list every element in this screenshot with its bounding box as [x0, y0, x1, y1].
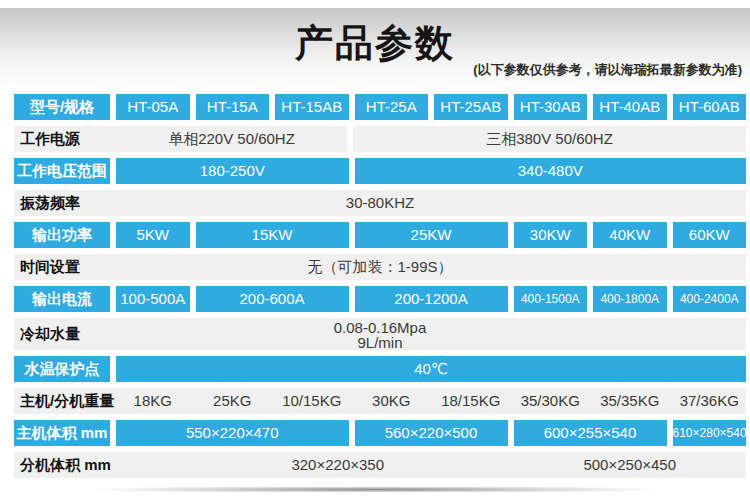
- cooling-water-value: 0.08-0.16Mpa 9L/min: [14, 318, 746, 350]
- output-current-6: 400-2400A: [673, 286, 747, 312]
- output-power-40kw: 40KW: [593, 222, 667, 248]
- row-label-output-current: 输出电流: [14, 286, 110, 312]
- output-current-2: 200-600A: [196, 286, 349, 312]
- voltage-range-left: 180-250V: [116, 158, 349, 184]
- timer-value: 无（可加装：1-99S）: [14, 254, 746, 280]
- row-model-spec: 型号/规格 HT-05A HT-15A HT-15AB HT-25A HT-25…: [14, 94, 746, 120]
- row-label-weight: 主机/分机重量: [14, 388, 110, 414]
- model-cell-ht-40ab: HT-40AB: [593, 94, 667, 120]
- page-subtitle: (以下参数仅供参考，请以海瑞拓最新参数为准): [473, 61, 742, 79]
- power-supply-single-phase: 单相220V 50/60HZ: [116, 126, 347, 152]
- output-power-60kw: 60KW: [673, 222, 747, 248]
- weight-1: 18KG: [116, 388, 190, 414]
- row-voltage-range: 工作电压范围 180-250V 340-480V: [14, 158, 746, 184]
- water-temp-value: 40℃: [116, 356, 746, 382]
- host-volume-1: 550×220×470: [116, 420, 349, 446]
- cooling-water-pressure: 0.08-0.16Mpa: [14, 320, 746, 335]
- model-cell-ht-25ab: HT-25AB: [434, 94, 508, 120]
- model-cell-ht-05a: HT-05A: [116, 94, 190, 120]
- row-frequency: 振荡频率 30-80KHZ: [14, 190, 746, 216]
- model-cell-ht-25a: HT-25A: [355, 94, 429, 120]
- output-current-1: 100-500A: [116, 286, 190, 312]
- row-host-volume: 主机体积 mm 550×220×470 560×220×500 600×255×…: [14, 420, 746, 446]
- row-extension-volume: 分机体积 mm 320×220×350 500×250×450: [14, 452, 746, 478]
- model-cell-ht-15ab: HT-15AB: [275, 94, 349, 120]
- voltage-range-right: 340-480V: [355, 158, 747, 184]
- power-supply-left-cell: 工作电源 单相220V 50/60HZ: [14, 126, 347, 152]
- weight-3: 10/15KG: [275, 388, 349, 414]
- output-power-15kw: 15KW: [196, 222, 349, 248]
- row-output-current: 输出电流 100-500A 200-600A 200-1200A 400-150…: [14, 286, 746, 312]
- output-power-5kw: 5KW: [116, 222, 190, 248]
- model-cell-ht-30ab: HT-30AB: [514, 94, 588, 120]
- row-label-extension-volume: 分机体积 mm: [14, 452, 110, 478]
- host-volume-3: 600×255×540: [514, 420, 667, 446]
- page-title: 产品参数: [0, 8, 750, 65]
- row-weight: 主机/分机重量 18KG 25KG 10/15KG 30KG 18/15KG 3…: [14, 388, 746, 414]
- weight-4: 30KG: [355, 388, 429, 414]
- row-water-temp-protection: 水温保护点 40℃: [14, 356, 746, 382]
- bottom-shadow-divider: [16, 487, 734, 492]
- weight-5: 18/15KG: [434, 388, 508, 414]
- weight-7: 35/35KG: [593, 388, 667, 414]
- row-cooling-water: 冷却水量 0.08-0.16Mpa 9L/min: [14, 318, 746, 350]
- extension-volume-right: 500×250×450: [514, 452, 747, 478]
- output-current-4: 400-1500A: [514, 286, 588, 312]
- cooling-water-flow: 9L/min: [14, 335, 746, 350]
- spec-table: 型号/规格 HT-05A HT-15A HT-15AB HT-25A HT-25…: [14, 94, 746, 478]
- weight-2: 25KG: [196, 388, 270, 414]
- row-label-output-power: 输出功率: [14, 222, 110, 248]
- header: 产品参数 (以下参数仅供参考，请以海瑞拓最新参数为准): [0, 8, 750, 88]
- product-spec-page: 产品参数 (以下参数仅供参考，请以海瑞拓最新参数为准) 型号/规格 HT-05A…: [0, 8, 750, 504]
- row-label-power-supply: 工作电源: [14, 126, 116, 152]
- frequency-value: 30-80KHZ: [14, 190, 746, 216]
- output-current-5: 400-1800A: [593, 286, 667, 312]
- row-label-host-volume: 主机体积 mm: [14, 420, 110, 446]
- row-label-voltage-range: 工作电压范围: [14, 158, 110, 184]
- row-power-supply: 工作电源 单相220V 50/60HZ 三相380V 50/60HZ: [14, 126, 746, 152]
- output-power-25kw: 25KW: [355, 222, 508, 248]
- output-power-30kw: 30KW: [514, 222, 588, 248]
- weight-8: 37/36KG: [673, 388, 747, 414]
- power-supply-three-phase: 三相380V 50/60HZ: [353, 126, 746, 152]
- row-label-water-temp: 水温保护点: [14, 356, 110, 382]
- row-label-model-spec: 型号/规格: [14, 94, 110, 120]
- host-volume-2: 560×220×500: [355, 420, 508, 446]
- extension-volume-left: 320×220×350: [116, 452, 508, 478]
- row-output-power: 输出功率 5KW 15KW 25KW 30KW 40KW 60KW: [14, 222, 746, 248]
- output-current-3: 200-1200A: [355, 286, 508, 312]
- row-timer: 时间设置 无（可加装：1-99S）: [14, 254, 746, 280]
- host-volume-4: 610×280×540: [673, 420, 747, 446]
- weight-6: 35/30KG: [514, 388, 588, 414]
- model-cell-ht-15a: HT-15A: [196, 94, 270, 120]
- model-cell-ht-60ab: HT-60AB: [673, 94, 747, 120]
